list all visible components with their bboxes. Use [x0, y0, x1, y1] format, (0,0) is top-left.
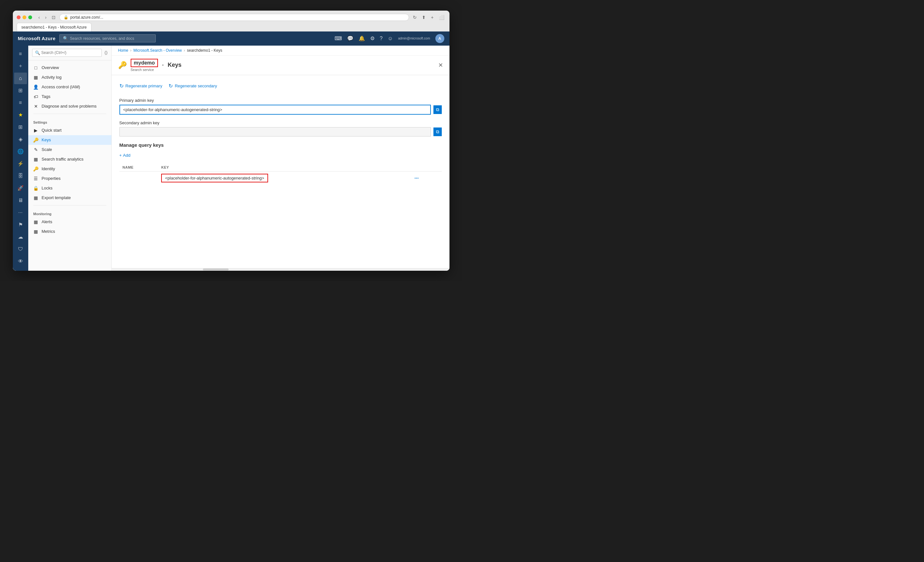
browser-window: ‹ › ⊡ 🔒 portal.azure.com/... ↻ ⬆ + ⬜ sea… — [13, 11, 450, 271]
rail-dots[interactable]: ··· — [14, 207, 27, 218]
rail-home[interactable]: ⌂ — [14, 72, 27, 84]
regenerate-secondary-button[interactable]: ↻ Regenerate secondary — [168, 81, 217, 90]
rail-cloud[interactable]: ☁ — [14, 231, 27, 243]
collapse-button[interactable]: ⟨⟩ — [104, 50, 108, 55]
maximize-traffic-light[interactable] — [28, 15, 32, 19]
query-key-value: <placeholder-for-alphanumeric-autogenera… — [161, 174, 268, 182]
sidebar-item-quick-start[interactable]: ▶ Quick start — [28, 126, 111, 135]
sidebar-item-search-traffic[interactable]: ▦ Search traffic analytics — [28, 155, 111, 164]
primary-key-group: Primary admin key ⧉ — [119, 98, 442, 115]
back-button[interactable]: ‹ — [37, 14, 41, 21]
active-tab[interactable]: searchdemo1 - Keys - Microsoft Azure — [17, 23, 92, 32]
help-icon[interactable]: ? — [380, 36, 383, 41]
copy-primary-key-button[interactable]: ⧉ — [434, 105, 442, 114]
rail-grid[interactable]: ⊞ — [14, 122, 27, 133]
overview-icon: □ — [33, 65, 39, 70]
rail-list[interactable]: ≡ — [14, 97, 27, 108]
rail-dashboard[interactable]: ⊞ — [14, 85, 27, 96]
primary-key-input[interactable] — [119, 105, 431, 115]
sidebar-item-label-alerts: Alerts — [42, 219, 52, 224]
service-icon: 🔑 — [118, 61, 127, 69]
breadcrumb-sep-2: › — [184, 48, 185, 53]
rail-database[interactable]: 🗄 — [14, 170, 27, 182]
secondary-key-label: Secondary admin key — [119, 120, 442, 125]
add-query-key-button[interactable]: + Add — [119, 152, 130, 159]
sidebar-search-box[interactable]: 🔍 — [32, 49, 102, 57]
sidebar-item-locks[interactable]: 🔒 Locks — [28, 183, 111, 193]
address-bar[interactable]: 🔒 portal.azure.com/... — [59, 14, 409, 21]
user-email: admin@microsoft.com — [398, 36, 430, 41]
sidebar-toggle-button[interactable]: ⊡ — [50, 14, 57, 21]
settings-icon[interactable]: ⚙ — [370, 35, 375, 41]
terminal-icon[interactable]: ⌨ — [334, 35, 342, 41]
rail-lightning[interactable]: ⚡ — [14, 158, 27, 170]
extensions-button[interactable]: ⬜ — [438, 14, 446, 21]
sidebar-item-scale[interactable]: ✎ Scale — [28, 145, 111, 155]
share-button[interactable]: ⬆ — [421, 14, 427, 21]
sidebar-item-access-control[interactable]: 👤 Access control (IAM) — [28, 82, 111, 92]
rail-globe[interactable]: 🌐 — [14, 146, 27, 157]
sidebar-item-label-identity: Identity — [42, 166, 55, 171]
sidebar-search-input[interactable] — [41, 50, 99, 55]
sidebar-item-export-template[interactable]: ▦ Export template — [28, 193, 111, 203]
close-traffic-light[interactable] — [17, 15, 21, 19]
breadcrumb-service[interactable]: Microsoft.Search - Overview — [134, 48, 182, 53]
new-tab-button[interactable]: + — [430, 14, 435, 21]
rail-flag[interactable]: ⚑ — [14, 219, 27, 231]
sidebar-item-properties[interactable]: ☰ Properties — [28, 174, 111, 183]
regenerate-primary-button[interactable]: ↻ Regenerate primary — [119, 81, 162, 90]
sidebar-item-label-tags: Tags — [42, 94, 50, 99]
minimize-traffic-light[interactable] — [22, 15, 26, 19]
user-info: admin@microsoft.com — [398, 36, 430, 41]
reload-button[interactable]: ↻ — [412, 14, 418, 21]
smiley-icon[interactable]: ☺ — [388, 36, 393, 41]
service-subtitle: Search service — [130, 68, 158, 72]
sidebar-item-label-activity-log: Activity log — [42, 75, 62, 80]
rail-cube[interactable]: ◈ — [14, 134, 27, 145]
diagnose-icon: ✕ — [33, 104, 39, 109]
sidebar-nav: □ Overview ▦ Activity log 👤 Access contr… — [28, 60, 111, 271]
avatar[interactable]: A — [435, 34, 444, 43]
search-traffic-icon: ▦ — [33, 157, 39, 162]
sidebar-item-label-export-template: Export template — [42, 195, 71, 200]
rail-hamburger[interactable]: ≡ — [14, 48, 27, 60]
copy-secondary-key-button[interactable]: ⧉ — [434, 128, 442, 136]
global-search[interactable]: 🔍 — [59, 35, 156, 42]
copy-secondary-icon: ⧉ — [436, 129, 439, 135]
rail-monitor[interactable]: 🖥 — [14, 195, 27, 206]
sidebar-item-diagnose[interactable]: ✕ Diagnose and solve problems — [28, 101, 111, 111]
rail-favorites[interactable]: ★ — [14, 109, 27, 121]
scrollbar-thumb[interactable] — [203, 269, 229, 270]
sidebar-item-keys[interactable]: 🔑 Keys — [28, 135, 111, 145]
feedback-icon[interactable]: 💬 — [347, 35, 354, 41]
rail-shield[interactable]: 🛡 — [14, 243, 27, 255]
page-header: 🔑 mydemo Search service - Keys ✕ — [112, 56, 450, 75]
horizontal-scrollbar[interactable] — [112, 268, 450, 271]
sidebar-item-alerts[interactable]: ▦ Alerts — [28, 217, 111, 227]
rail-eye[interactable]: 👁 — [14, 255, 27, 267]
top-nav-icons: ⌨ 💬 🔔 ⚙ ? ☺ admin@microsoft.com A — [334, 34, 444, 43]
notifications-icon[interactable]: 🔔 — [358, 35, 365, 41]
sidebar-item-overview[interactable]: □ Overview — [28, 63, 111, 72]
breadcrumb-home[interactable]: Home — [118, 48, 128, 53]
properties-icon: ☰ — [33, 176, 39, 181]
rail-rocket[interactable]: 🚀 — [14, 182, 27, 194]
sidebar-item-identity[interactable]: 🔑 Identity — [28, 164, 111, 174]
sidebar-item-tags[interactable]: 🏷 Tags — [28, 92, 111, 101]
forward-button[interactable]: › — [44, 14, 48, 21]
sidebar-item-metrics[interactable]: ▦ Metrics — [28, 227, 111, 236]
tags-icon: 🏷 — [33, 94, 39, 99]
sidebar-item-label-quick-start: Quick start — [42, 128, 62, 133]
manage-section-title: Manage query keys — [119, 142, 442, 148]
page-title-section: Keys — [168, 62, 182, 68]
close-button[interactable]: ✕ — [438, 62, 443, 69]
secondary-key-input[interactable] — [119, 127, 431, 137]
col-name-header: NAME — [119, 164, 158, 171]
sidebar-divider-2 — [33, 205, 106, 206]
rail-plus[interactable]: ＋ — [14, 60, 27, 72]
traffic-lights — [17, 15, 32, 19]
global-search-input[interactable] — [70, 36, 152, 41]
more-options-button[interactable]: ··· — [412, 175, 421, 182]
locks-icon: 🔒 — [33, 186, 39, 191]
sidebar-item-activity-log[interactable]: ▦ Activity log — [28, 72, 111, 82]
